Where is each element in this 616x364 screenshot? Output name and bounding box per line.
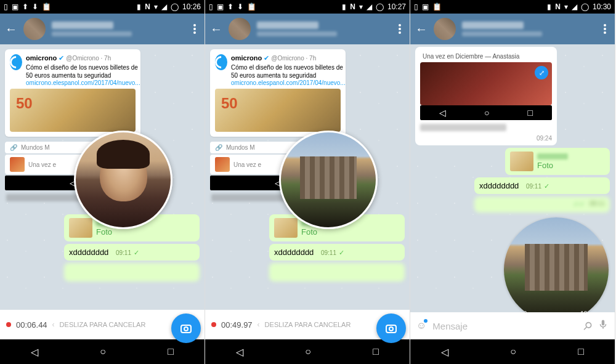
nav-home-icon[interactable]: ○ <box>305 346 311 357</box>
contact-avatar[interactable] <box>434 18 456 40</box>
contact-avatar[interactable] <box>23 18 46 40</box>
chat-area[interactable]: omicrono ✔ @Omicrono · 7h Cómo el diseño… <box>0 44 205 310</box>
upload-icon: ⬆ <box>22 2 28 11</box>
contact-title[interactable] <box>462 22 594 36</box>
signal-icon: ◢ <box>572 2 577 11</box>
contact-avatar[interactable] <box>229 18 251 40</box>
download-icon: ⬇ <box>32 2 38 11</box>
upload-icon: ⬆ <box>227 2 233 11</box>
chat-header: ← <box>205 14 410 44</box>
nav-recent-icon[interactable]: □ <box>373 346 379 357</box>
tweet-text: Cómo el diseño de los nuevos billetes de… <box>231 63 346 79</box>
outgoing-text-msg[interactable]: xdddddddd 09:11 ✓ <box>64 244 200 261</box>
video-thumbnail[interactable]: ⤢ <box>420 62 552 105</box>
photo-label: Foto <box>301 227 317 237</box>
message-input[interactable]: Mensaje <box>432 321 577 331</box>
clock: 10:27 <box>387 2 406 11</box>
android-navbar: ◁ ○ □ <box>0 339 205 364</box>
contact-title[interactable] <box>257 22 389 36</box>
back-button[interactable]: ← <box>415 22 428 36</box>
menu-button[interactable] <box>190 24 200 34</box>
download-icon: ⬇ <box>237 2 243 11</box>
camera-button[interactable] <box>171 313 201 343</box>
outgoing-blurred-msg[interactable] <box>269 263 405 281</box>
incoming-video-msg[interactable]: Una vez en Diciembre — Anastasia ⤢ ◁ ○ □… <box>415 47 557 145</box>
back-button[interactable]: ← <box>210 22 222 36</box>
tweet-link[interactable]: omicrono.elespanol.com/2017/04/nuevo... <box>231 79 346 86</box>
triangle-icon: ◁ <box>439 108 446 118</box>
svg-rect-0 <box>181 325 191 333</box>
tweet-text: Cómo el diseño de los nuevos billetes de… <box>26 63 140 79</box>
nfc-icon: N <box>350 2 355 11</box>
msg-thumbnail <box>274 218 298 238</box>
gallery-icon: ▣ <box>422 2 429 11</box>
video-message-preview[interactable] <box>279 131 378 229</box>
menu-button[interactable] <box>600 24 610 34</box>
link-icon: 🔗 <box>10 144 17 151</box>
nav-recent-icon[interactable]: □ <box>168 346 174 357</box>
nav-home-icon[interactable]: ○ <box>510 346 516 357</box>
signal-icon: ◢ <box>161 2 167 11</box>
bluetooth-icon: ▮ <box>547 2 551 11</box>
pip-icon[interactable]: ⤢ <box>535 66 548 79</box>
outgoing-photo-msg[interactable]: Foto <box>505 148 610 175</box>
tweet-avatar-icon <box>215 54 227 70</box>
nav-back-icon[interactable]: ◁ <box>31 346 38 358</box>
photo-label: Foto <box>537 161 553 170</box>
phone-icon: ▯ <box>209 2 213 11</box>
msg-timestamp: 09:24 <box>420 135 552 142</box>
wifi-icon: ▾ <box>359 2 363 11</box>
chat-area[interactable]: omicrono ✔ @Omicrono · 7h Cómo el diseño… <box>205 44 410 310</box>
nav-back-icon[interactable]: ◁ <box>236 346 243 358</box>
clock: 10:30 <box>593 2 611 11</box>
msg-time: 09:11 <box>590 200 605 207</box>
tweet-avatar-icon <box>10 54 22 70</box>
tweet-link[interactable]: omicrono.elespanol.com/2017/04/nuevo... <box>26 79 140 86</box>
outgoing-blurred-msg[interactable]: 09:11 ✓✓ <box>474 196 610 212</box>
notification-dot-icon <box>424 319 428 323</box>
tweet-image[interactable] <box>215 89 341 132</box>
chat-area[interactable]: Una vez en Diciembre — Anastasia ⤢ ◁ ○ □… <box>410 44 615 312</box>
status-bar: ▯ ▣ ⬆ ⬇ 📋 ▮ N ▾ ◢ ◯ 10:26 <box>0 0 205 14</box>
msg-time: 09:11 <box>321 249 336 256</box>
record-timer: 00:06.44 <box>16 320 47 330</box>
signal-icon: ◢ <box>367 2 372 11</box>
mic-button[interactable] <box>598 319 609 333</box>
attach-button[interactable]: ⚲ <box>580 318 595 334</box>
record-indicator-icon <box>211 322 216 327</box>
link-title: Una vez e <box>233 161 261 168</box>
record-timer: 00:49.97 <box>221 320 253 330</box>
back-button[interactable]: ← <box>5 22 17 36</box>
video-message-preview[interactable] <box>74 131 172 229</box>
msg-text: xdddddddd <box>274 248 314 257</box>
svg-point-1 <box>184 327 188 331</box>
double-check-icon: ✓✓ <box>573 200 585 208</box>
msg-text: xdddddddd <box>479 181 519 190</box>
nav-back-icon[interactable]: ◁ <box>441 346 448 358</box>
nav-recent-icon[interactable]: □ <box>578 346 584 357</box>
status-bar: ▯ ▣ ⬆ ⬇ 📋 ▮ N ▾ ◢ ◯ 10:27 <box>205 0 410 14</box>
emoji-button[interactable]: ☺ <box>416 320 426 331</box>
msg-time: 09:11 <box>526 183 541 190</box>
bluetooth-icon: ▮ <box>342 2 346 11</box>
phone-icon: ▯ <box>414 2 418 11</box>
round-video-message[interactable]: 01:09 10:28 ✓ <box>504 217 609 312</box>
status-bar: ▯ ▣ 📋 ▮ N ▾ ◢ ◯ 10:30 <box>410 0 615 14</box>
clipboard-icon: 📋 <box>247 2 256 11</box>
check-icon: ✓ <box>544 182 549 190</box>
outgoing-text-msg[interactable]: xdddddddd 09:11 ✓ <box>474 177 610 194</box>
android-navbar: ◁ ○ □ <box>205 339 410 364</box>
nav-home-icon[interactable]: ○ <box>100 346 106 357</box>
outgoing-text-msg[interactable]: xdddddddd 09:11 ✓ <box>269 244 405 261</box>
outgoing-blurred-msg[interactable] <box>64 263 200 281</box>
contact-title[interactable] <box>52 22 184 36</box>
link-icon: 🔗 <box>215 144 222 151</box>
tweet-image[interactable] <box>10 89 136 132</box>
menu-button[interactable] <box>395 24 405 34</box>
tweet-card[interactable]: omicrono ✔ @Omicrono · 7h Cómo el diseño… <box>5 49 140 137</box>
camera-button[interactable] <box>376 313 406 343</box>
battery-icon: ◯ <box>376 2 384 11</box>
blurred-text <box>420 124 506 131</box>
tweet-card[interactable]: omicrono ✔ @Omicrono · 7h Cómo el diseño… <box>210 49 346 137</box>
tweet-handle: @Omicrono · 7h <box>66 55 111 62</box>
